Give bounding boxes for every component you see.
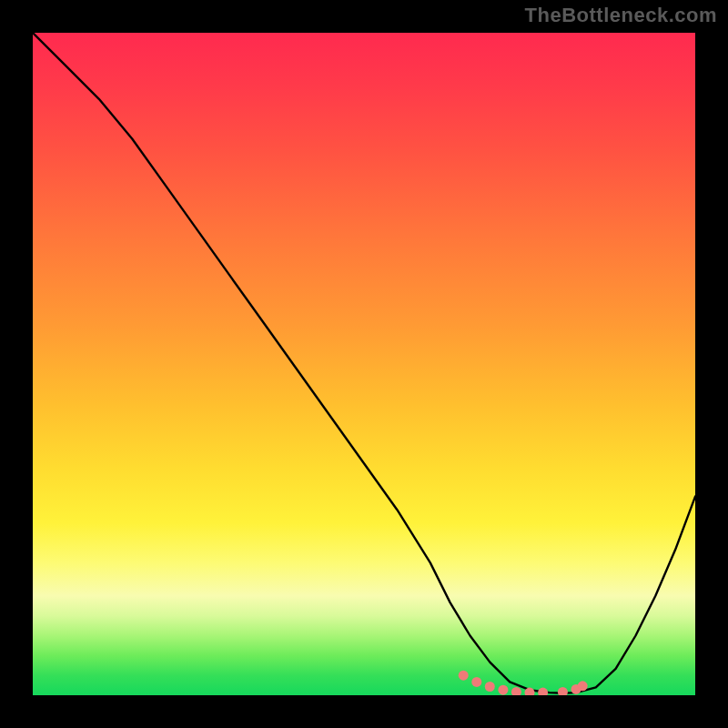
- optimal-marker: [498, 685, 508, 695]
- chart-frame: TheBottleneck.com: [0, 0, 728, 728]
- plot-overlay: [33, 33, 695, 695]
- optimal-marker: [485, 682, 495, 692]
- watermark-text: TheBottleneck.com: [525, 4, 717, 27]
- optimal-marker: [558, 687, 568, 695]
- optimal-range-markers: [459, 671, 588, 695]
- optimal-marker: [511, 687, 521, 695]
- optimal-marker: [578, 681, 588, 691]
- optimal-marker: [538, 688, 548, 695]
- optimal-marker: [459, 671, 469, 681]
- optimal-marker: [471, 677, 481, 687]
- bottleneck-curve: [33, 33, 695, 693]
- plot-area: [33, 33, 695, 695]
